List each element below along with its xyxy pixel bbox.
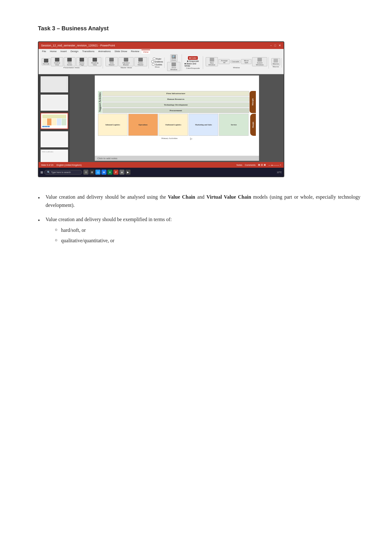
tab-review[interactable]: Review xyxy=(130,50,141,54)
notes-btn[interactable]: Notes xyxy=(237,164,242,166)
bullet-text-2: Value creation and delivery should be ex… xyxy=(45,215,360,247)
taskbar-search[interactable]: 🔍 Type here to search xyxy=(44,170,82,175)
support-row-firm: Firm Infrastructure xyxy=(102,91,249,96)
minimize-icon[interactable]: − xyxy=(270,44,272,47)
ruler-checkbox[interactable] xyxy=(153,57,155,60)
comments-btn[interactable]: Comments xyxy=(245,164,256,166)
start-icon[interactable]: ⊞ xyxy=(40,171,43,174)
tab-transitions[interactable]: Transitions xyxy=(81,50,96,54)
taskbar-icon-chrome[interactable]: ◎ xyxy=(95,170,100,175)
view-icons: ▦ ▥ ▣ xyxy=(258,164,266,166)
taskbar-icon-excel[interactable]: X xyxy=(107,170,112,175)
grayscale-label: ■ Grayscale xyxy=(187,60,199,62)
ribbon-content: Normal Outline View Slide Sorter No xyxy=(40,54,282,71)
bullet-1-text-2: and xyxy=(195,194,206,200)
color-btn[interactable]: ■ Color xyxy=(188,56,198,60)
tab-design[interactable]: Design xyxy=(69,50,80,54)
language-info: English (United Kingdom) xyxy=(57,164,81,166)
zoom-group: 🔍 Zoom Fit to Window xyxy=(166,54,182,71)
macros-btn[interactable]: Macros xyxy=(271,58,280,65)
guides-checkbox[interactable] xyxy=(152,63,154,66)
taskbar-icon-video[interactable]: ▶ xyxy=(125,170,130,175)
margin-primary-col: Margin xyxy=(250,114,256,136)
outline-view-btn[interactable]: Outline View xyxy=(51,57,63,66)
margin-col: Margin xyxy=(250,91,256,113)
primary-area: Inbound Logistics Operations Outbound Lo… xyxy=(98,114,256,136)
zoom-btn[interactable]: 🔍 Zoom xyxy=(170,54,178,62)
primary-col-marketing: Marketing and Sales xyxy=(189,114,218,136)
support-activities-rows: Firm Infrastructure Human Resources Tech… xyxy=(102,91,249,113)
master-views-group: Slide Master Handout Master Notes Master… xyxy=(104,57,149,69)
taskbar-icon-other[interactable]: ◈ xyxy=(119,170,124,175)
slide-thumb-wrapper-13: 13 xyxy=(40,131,68,148)
gridlines-check[interactable]: Gridlines xyxy=(151,60,163,63)
slide-thumb-11[interactable] xyxy=(40,94,68,111)
reading-view-btn[interactable]: Reading View xyxy=(88,57,101,66)
slide-thumb-10[interactable] xyxy=(40,76,68,93)
restore-icon[interactable]: □ xyxy=(274,44,276,47)
tab-animations[interactable]: Animations xyxy=(97,50,112,54)
slide-thumb-12[interactable]: 🔵 🔵 🔵 🔵 xyxy=(40,113,68,129)
tab-slideshow[interactable]: Slide Show xyxy=(113,50,129,54)
window-label: Window xyxy=(233,67,240,69)
bullet-1-value-chain: Value Chain xyxy=(168,194,195,200)
slide-thumb-14[interactable]: Click to add notes xyxy=(40,149,68,162)
support-area: Support Activities Firm Infrastructure H… xyxy=(98,91,256,113)
zoom-controls[interactable]: — ●——— + xyxy=(268,164,281,166)
slide-master-btn[interactable]: Slide Master xyxy=(106,57,118,66)
slide-thumb-13[interactable] xyxy=(40,131,68,148)
taskbar-icon-ppt[interactable]: P xyxy=(113,170,118,175)
slide-content-14: Click to add notes xyxy=(41,150,68,162)
slide-sorter-btn[interactable]: Slide Sorter xyxy=(64,57,75,66)
notes-area[interactable]: Click to add notes xyxy=(95,156,259,161)
taskbar-icon-1[interactable]: ⊙ xyxy=(83,170,88,175)
guides-row: Guides xyxy=(152,63,162,66)
primary-col-inbound: Inbound Logistics xyxy=(98,114,128,136)
tab-view[interactable]: View xyxy=(142,50,150,54)
search-icon: 🔍 xyxy=(47,171,50,174)
ppt-main: 10 11 xyxy=(39,74,284,162)
bullet-list: • Value creation and delivery should be … xyxy=(38,193,360,247)
new-window-btn[interactable]: New Window xyxy=(206,57,218,66)
notes-page-btn[interactable]: Notes Page xyxy=(76,57,88,66)
sub-bullet-text-2: qualitative/quantitative, or xyxy=(61,237,114,245)
primary-activities-label: Primary Activities xyxy=(161,137,178,140)
screenshot-container: Session_12_mid_semester_revision_120921 … xyxy=(38,41,284,177)
show-group: Ruler Gridlines Guides Show xyxy=(150,57,165,68)
tab-home[interactable]: Home xyxy=(48,50,58,54)
guides-check[interactable]: Guides xyxy=(152,63,162,66)
ppt-titlebar: Session_12_mid_semester_revision_120921 … xyxy=(39,42,284,49)
color-grayscale-label: Color/Grayscale xyxy=(186,67,200,69)
ruler-check[interactable]: Ruler xyxy=(153,57,161,60)
gridlines-row: Gridlines xyxy=(151,60,163,63)
handout-master-btn[interactable]: Handout Master xyxy=(118,57,134,66)
notes-master-btn[interactable]: Notes Master xyxy=(134,57,147,66)
sub-bullet-item-2: o qualitative/quantitative, or xyxy=(45,237,360,245)
primary-col-service: Service xyxy=(219,114,249,136)
primary-col-operations: Operations xyxy=(128,114,158,136)
taskbar-icon-2[interactable]: ⊞ xyxy=(89,170,94,175)
primary-col-outbound: Outbound Logistics xyxy=(159,114,188,136)
arrange-all-btn[interactable]: Arrange All xyxy=(219,59,230,64)
support-activities-label: Support Activities xyxy=(98,91,102,113)
slide-thumb-wrapper-10: 10 xyxy=(40,76,68,93)
sub-bullet-list: o hard/soft, or o qualitative/quantitati… xyxy=(45,226,360,245)
sub-bullet-item-1: o hard/soft, or xyxy=(45,226,360,234)
macros-group: Macros Macros xyxy=(270,58,282,68)
normal-btn[interactable]: Normal xyxy=(42,58,50,65)
fit-to-window-btn[interactable]: Fit to Window xyxy=(167,62,180,71)
slide-thumb-wrapper-11: 11 xyxy=(40,94,68,111)
switch-windows-btn[interactable]: Switch Windows xyxy=(252,57,267,66)
close-icon[interactable]: ✕ xyxy=(279,44,281,47)
slide-thumb-wrapper-14: 14 Click to add notes xyxy=(40,149,68,162)
slide-content-12: 🔵 🔵 🔵 🔵 xyxy=(41,113,68,129)
taskbar-icons: ⊙ ⊞ ◎ W X P ◈ ▶ xyxy=(83,170,130,175)
master-views-label: Master Views xyxy=(121,67,132,69)
cascade-btn[interactable]: Cascade xyxy=(230,60,240,63)
move-split-btn[interactable]: Move Split xyxy=(241,59,252,64)
tab-file[interactable]: File xyxy=(40,50,48,54)
taskbar-icon-word[interactable]: W xyxy=(101,170,106,175)
gridlines-checkbox[interactable] xyxy=(151,60,154,63)
slide-editing-area: Support Activities Firm Infrastructure H… xyxy=(70,74,284,162)
tab-insert[interactable]: Insert xyxy=(59,50,68,54)
